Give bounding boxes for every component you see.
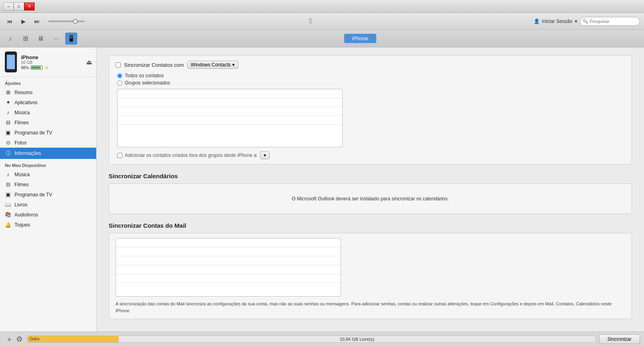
sidebar-item-informacoes[interactable]: ⓘ Informações (0, 148, 96, 159)
mail-row-4 (116, 265, 341, 274)
mail-accounts-box (116, 238, 341, 297)
filmes-label: Filmes (14, 120, 29, 126)
device-programas-icon: ▣ (5, 192, 11, 198)
status-bar: ＋ ⚙ Outro 10,84 GB Livre(s) Sincronizar (0, 332, 644, 346)
sidebar-item-device-musica[interactable]: ♪ Música (0, 169, 96, 179)
sidebar-item-aplicativos[interactable]: ✦ Aplicativos (0, 97, 96, 107)
group-row-2 (118, 98, 342, 107)
mail-panel: A sincronização das contas do Mail sincr… (109, 233, 632, 319)
device-icon (5, 51, 17, 72)
ajustes-label: Ajustes (0, 77, 96, 87)
outlook-message: O Microsoft Outlook deverá ser instalado… (116, 189, 625, 209)
maximize-button[interactable]: □ (14, 2, 24, 10)
radio-groups-label: Grupos selecionados (125, 80, 170, 86)
musica-icon: ♪ (5, 109, 11, 115)
minimize-button[interactable]: – (3, 2, 14, 10)
battery-bar: 98% ⚡ (21, 66, 82, 70)
device-filmes-icon: ⊟ (5, 181, 11, 187)
toques-label: Toques (14, 222, 30, 228)
account-area: 👤 Iniciar Sessão ▾ (534, 19, 577, 24)
add-contacts-dropdown-chevron: ▾ (264, 152, 266, 158)
volume-slider[interactable] (48, 21, 85, 22)
contacts-source-label: Windows Contacts (191, 62, 231, 68)
device-name: iPhone (21, 54, 82, 60)
storage-free: 10,84 GB Livre(s) (119, 336, 595, 342)
radio-all-label: Todos os contatos (125, 73, 164, 78)
search-input[interactable] (580, 17, 640, 26)
account-label[interactable]: Iniciar Sessão (542, 19, 572, 24)
group-row-4 (118, 116, 342, 125)
eject-button[interactable]: ⏏ (86, 58, 92, 66)
iphone-icon[interactable]: 📱 (65, 33, 77, 45)
display-icon[interactable]: 🖥 (35, 33, 47, 45)
title-bar: – □ ✕ (0, 0, 644, 13)
sidebar-item-livros[interactable]: 📖 Livros (0, 200, 96, 210)
sidebar-item-fotos[interactable]: ⊙ Fotos (0, 138, 96, 148)
contacts-dropdown-chevron: ▾ (232, 62, 235, 68)
sidebar-item-programas[interactable]: ▣ Programas de TV (0, 128, 96, 138)
contacts-sync-label: Sincronizar Contatos com (124, 62, 184, 68)
add-contacts-dropdown[interactable]: ▾ (260, 151, 270, 159)
contacts-source-dropdown[interactable]: Windows Contacts ▾ (187, 61, 238, 69)
battery-pct: 98% (21, 66, 29, 70)
device-filmes-label: Filmes (14, 182, 29, 187)
informacoes-label: Informações (14, 150, 41, 156)
device-musica-icon: ♪ (5, 171, 11, 177)
volume-thumb[interactable] (73, 19, 78, 24)
music-icon[interactable]: ♪ (4, 33, 16, 45)
storage-outro: Outro (28, 336, 119, 342)
battery-fill (31, 66, 41, 69)
contacts-groups-box (117, 89, 343, 147)
iphone-tab[interactable]: iPhone (344, 34, 376, 43)
mail-row-5 (116, 274, 341, 283)
toolbar: ♪ ⊞ 🖥 ··· 📱 iPhone (0, 30, 644, 47)
livros-icon: 📖 (5, 202, 11, 208)
sidebar-item-audiolivros[interactable]: 📚 Audiolivros (0, 210, 96, 220)
group-row-5 (118, 125, 342, 134)
grid-icon[interactable]: ⊞ (19, 33, 31, 45)
radio-all-contacts[interactable] (117, 73, 122, 78)
play-button[interactable]: ▶ (18, 16, 29, 27)
resumo-label: Resumo (14, 90, 33, 95)
radio-groups-contacts[interactable] (117, 80, 122, 86)
mail-row-1 (116, 239, 341, 247)
prev-button[interactable]: ⏮ (4, 16, 15, 27)
sidebar-item-filmes[interactable]: ⊟ Filmes (0, 117, 96, 128)
sidebar-item-musica[interactable]: ♪ Música (0, 107, 96, 117)
calendars-panel: O Microsoft Outlook deverá ser instalado… (109, 183, 632, 214)
device-musica-label: Música (14, 172, 30, 177)
informacoes-icon: ⓘ (5, 150, 11, 157)
sidebar-item-device-programas[interactable]: ▣ Programas de TV (0, 189, 96, 200)
programas-icon: ▣ (5, 130, 11, 136)
transport-bar: ⏮ ▶ ⏭  👤 Iniciar Sessão ▾ 🔍 (0, 13, 644, 30)
battery-indicator (31, 66, 43, 70)
sidebar-item-resumo[interactable]: ⊞ Resumo (0, 87, 96, 97)
add-button[interactable]: ＋ (4, 334, 14, 344)
add-contacts-label: Adicionar os contatos criados fora dos g… (125, 152, 258, 158)
contacts-sync-checkbox[interactable] (116, 62, 121, 68)
aplicativos-icon: ✦ (5, 99, 11, 105)
title-bar-left: – □ ✕ (3, 2, 35, 10)
audiolivros-label: Audiolivros (14, 212, 38, 218)
more-icon[interactable]: ··· (50, 33, 62, 45)
calendars-title: Sincronizar Calendários (109, 173, 632, 179)
settings-button[interactable]: ⚙ (14, 335, 24, 344)
contacts-header: Sincronizar Contatos com Windows Contact… (116, 61, 625, 69)
add-contacts-checkbox[interactable] (117, 153, 122, 158)
sidebar-item-device-filmes[interactable]: ⊟ Filmes (0, 179, 96, 189)
sidebar-item-toques[interactable]: 🔔 Toques (0, 220, 96, 230)
programas-label: Programas de TV (14, 130, 52, 136)
add-contacts-row: Adicionar os contatos criados fora dos g… (117, 151, 625, 159)
mail-row-2 (116, 247, 341, 256)
livros-label: Livros (14, 202, 27, 208)
close-button[interactable]: ✕ (24, 2, 35, 10)
sync-button[interactable]: Sincronizar (599, 334, 640, 344)
window-controls[interactable]: – □ ✕ (3, 2, 35, 10)
storage-bar: Outro 10,84 GB Livre(s) (27, 336, 596, 343)
next-button[interactable]: ⏭ (31, 16, 43, 27)
content-area: Sincronizar Contatos com Windows Contact… (97, 47, 644, 332)
mail-note: A sincronização das contas do Mail sincr… (116, 301, 625, 314)
radio-all-row: Todos os contatos (117, 73, 625, 78)
mail-title: Sincronizar Contas do Mail (109, 222, 632, 229)
musica-label: Música (14, 110, 30, 115)
